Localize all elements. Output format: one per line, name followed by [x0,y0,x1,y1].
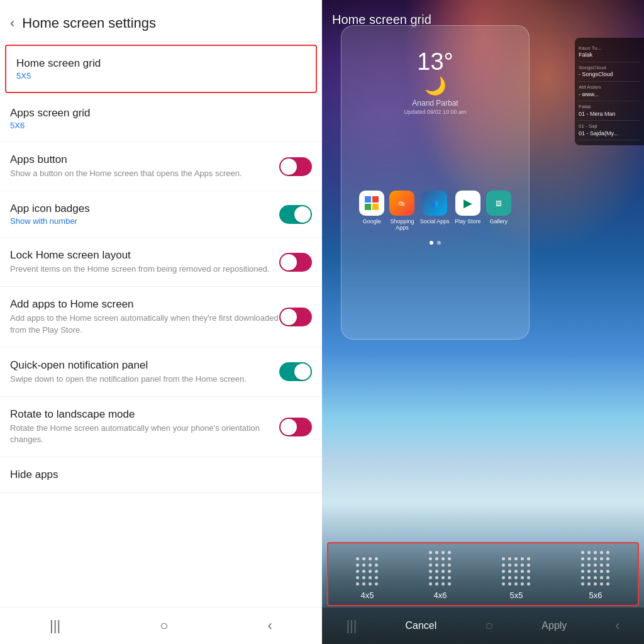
toggle-rotate[interactable] [279,418,312,436]
nav-menu-icon-right[interactable]: ||| [346,618,357,634]
grid-dot [502,576,505,579]
grid-option-4x6[interactable]: 4x6 [429,551,452,600]
settings-list: Home screen grid5X5Apps screen grid5X6Ap… [0,42,322,607]
grid-dot [508,557,511,560]
setting-item-lock-home-screen[interactable]: Lock Home screen layoutPrevent items on … [0,238,322,287]
notif-app: SongsCloud [579,65,640,71]
app-icon-circle-shopping-apps: 🛍 [389,191,414,216]
grid-dot [587,576,591,579]
setting-desc-apps-button: Show a button on the Home screen that op… [10,168,279,179]
grid-dot [448,582,451,586]
notif-text: 01 - Mera Man [579,111,640,118]
grid-dot [435,576,438,579]
setting-item-apps-button[interactable]: Apps buttonShow a button on the Home scr… [0,142,322,191]
setting-title-apps-screen-grid: Apps screen grid [10,107,312,119]
grid-dot [600,557,603,560]
grid-dot [606,551,609,554]
back-button[interactable]: ‹ [10,15,14,31]
nav-home-icon-right[interactable]: ○ [485,618,493,634]
setting-left-app-icon-badges: App icon badgesShow with number [10,203,279,226]
toggle-knob-lock-home-screen [280,254,297,270]
toggle-app-icon-badges[interactable] [279,205,312,224]
grid-dot [527,582,530,586]
home-icon[interactable]: ○ [160,618,168,634]
setting-left-apps-screen-grid: Apps screen grid5X6 [10,107,312,130]
grid-dot [502,564,505,567]
setting-item-add-apps[interactable]: Add apps to Home screenAdd apps to the H… [0,287,322,347]
grid-dot [514,582,518,586]
setting-item-apps-screen-grid[interactable]: Apps screen grid5X6 [0,96,322,142]
grid-dot [369,582,372,586]
notif-item: Atif Aslam- www... [579,82,640,101]
grid-dot [508,564,511,567]
grid-dot [508,582,511,586]
grid-option-5x6[interactable]: 5x6 [581,551,611,600]
weather-location: Anand Parbat [352,99,519,108]
grid-dot [356,564,359,567]
svg-rect-1 [372,196,379,203]
notif-app: Falak [579,104,640,110]
weather-updated: Updated 09/02 10:00 am [352,109,519,115]
grid-dot [502,582,505,586]
grid-dots-5x5 [502,557,531,587]
setting-item-hide-apps[interactable]: Hide apps [0,457,322,493]
grid-dot [527,557,530,560]
page-title: Home screen settings [22,15,156,31]
grid-dot [362,564,365,567]
weather-temp: 13° [352,36,519,75]
app-icon-gallery: 🖼Gallery [486,191,511,231]
header: ‹ Home screen settings [0,0,322,42]
toggle-knob-apps-button [280,158,297,175]
app-icon-social-apps: 👥Social Apps [420,191,450,231]
menu-icon[interactable]: ||| [50,618,60,634]
setting-desc-lock-home-screen: Prevent items on the Home screen from be… [10,264,279,275]
notif-item: SongsCloud- SongsCloud [579,62,640,82]
grid-dot [521,570,524,573]
grid-dot [448,551,451,554]
apply-button[interactable]: Apply [541,620,567,631]
nav-back-icon-right[interactable]: ‹ [615,618,619,634]
grid-dot [369,576,372,579]
grid-dot [369,570,372,573]
setting-subtitle-apps-screen-grid: 5X6 [10,121,312,130]
grid-option-4x5[interactable]: 4x5 [356,557,379,600]
setting-desc-quick-open: Swipe down to open the notification pane… [10,374,279,385]
setting-item-home-screen-grid[interactable]: Home screen grid5X5 [5,45,317,93]
app-icon-circle-play-store: ▶ [455,191,480,216]
grid-dot [508,570,511,573]
notif-app: Kaun Tu... [579,45,640,52]
grid-dot [594,564,597,567]
dots-indicator [352,241,519,245]
grid-dot [581,551,584,554]
setting-desc-rotate: Rotate the Home screen automatically whe… [10,423,279,445]
toggle-quick-open[interactable] [279,362,312,381]
grid-selector: 4x54x65x55x6 [327,542,639,606]
toggle-lock-home-screen[interactable] [279,253,312,272]
grid-dot [429,582,432,586]
grid-dot [435,570,438,573]
grid-dot [606,582,609,586]
grid-dot [594,551,597,554]
grid-dot [441,551,445,554]
toggle-add-apps[interactable] [279,308,312,326]
nav-bar-left: ||| ○ ‹ [0,607,322,644]
notif-item: Falak01 - Mera Man [579,101,640,121]
right-panel: Home screen grid 13° 🌙 Anand Parbat Upda… [322,0,644,644]
svg-rect-2 [365,204,371,210]
app-icon-circle-google [359,191,384,216]
grid-dot [508,576,511,579]
setting-title-rotate: Rotate to landscape mode [10,408,279,421]
grid-dot [514,570,518,573]
toggle-apps-button[interactable] [279,157,312,176]
grid-dot [581,576,584,579]
grid-dot [594,557,597,560]
setting-item-app-icon-badges[interactable]: App icon badgesShow with number [0,191,322,238]
back-nav-icon[interactable]: ‹ [268,618,272,634]
setting-item-rotate[interactable]: Rotate to landscape modeRotate the Home … [0,397,322,457]
grid-dots-4x6 [429,551,452,587]
setting-item-quick-open[interactable]: Quick-open notification panelSwipe down … [0,348,322,397]
grid-dot [441,570,445,573]
cancel-button[interactable]: Cancel [405,620,436,631]
svg-rect-3 [372,204,379,210]
grid-option-5x5[interactable]: 5x5 [502,557,531,600]
